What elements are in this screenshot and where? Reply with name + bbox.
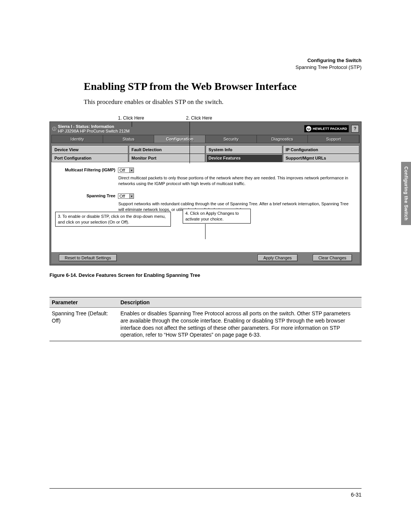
td-description: Enables or disables Spanning Tree Protoc…	[118, 307, 362, 341]
section-subtitle: Spanning Tree Protocol (STP)	[49, 64, 362, 71]
igmp-dropdown[interactable]: Off	[118, 168, 134, 173]
field-igmp: Multicast Filtering (IGMP) Off	[57, 168, 354, 173]
stp-label: Spanning Tree	[57, 193, 117, 198]
subtab-device-view[interactable]: Device View	[52, 145, 128, 154]
table-row: Spanning Tree (Default: Off) Enables or …	[49, 307, 362, 341]
td-parameter: Spanning Tree (Default: Off)	[49, 307, 118, 341]
subtab-support-mgmt-urls[interactable]: Support/Mgmt URLs	[283, 154, 360, 162]
title-bold: Sierra I - Status: Information	[58, 124, 114, 129]
callout-1: 1. Click Here	[118, 115, 144, 121]
sub-tabs: Device View Fault Detection System Info …	[51, 143, 360, 263]
callout-line-4	[205, 224, 206, 239]
parameter-table: Parameter Description Spanning Tree (Def…	[49, 297, 362, 342]
callout-line-2	[190, 121, 190, 163]
browser-window: ⓘ Sierra I - Status: Information HP J329…	[49, 121, 362, 265]
subtab-ip-configuration[interactable]: IP Configuration	[283, 145, 360, 154]
page-number: 6-31	[351, 492, 362, 498]
content-pane: Multicast Filtering (IGMP) Off Direct mu…	[51, 162, 360, 252]
subtab-port-configuration[interactable]: Port Configuration	[52, 154, 128, 162]
tab-status[interactable]: Status	[103, 135, 155, 143]
title-info: Sierra I - Status: Information HP J3298A…	[58, 124, 304, 133]
page-footer: 6-31	[49, 488, 362, 498]
subtab-fault-detection[interactable]: Fault Detection	[129, 145, 206, 154]
chapter-title: Configuring the Switch	[49, 57, 362, 64]
intro-text: This procedure enables or disables STP o…	[84, 98, 362, 106]
hp-logo: hp HEWLETT PACKARD	[304, 125, 349, 133]
side-tab: Configuring the Switch	[401, 162, 411, 225]
subtab-system-info[interactable]: System Info	[206, 145, 282, 154]
callouts-top: 1. Click Here 2. Click Here	[49, 115, 362, 121]
running-header: Configuring the Switch Spanning Tree Pro…	[49, 57, 362, 71]
help-button[interactable]: ?	[351, 125, 359, 133]
subtab-device-features[interactable]: Device Features	[206, 154, 282, 162]
reset-button[interactable]: Reset to Default Settings	[59, 254, 117, 261]
tab-support[interactable]: Support	[308, 135, 359, 143]
screenshot-wrapper: 1. Click Here 2. Click Here ⓘ Sierra I -…	[49, 115, 362, 265]
callout-3: 3. To enable or disable STP, click on th…	[55, 212, 171, 227]
tab-configuration[interactable]: Configuration	[154, 135, 206, 143]
figure-caption: Figure 6-14. Device Features Screen for …	[49, 272, 362, 278]
button-bar: Reset to Default Settings Apply Changes …	[51, 252, 360, 264]
th-description: Description	[118, 297, 362, 307]
field-spanning-tree: Spanning Tree Off	[57, 193, 354, 199]
apply-button[interactable]: Apply Changes	[258, 254, 298, 261]
igmp-label: Multicast Filtering (IGMP)	[57, 168, 117, 172]
tab-security[interactable]: Security	[206, 135, 257, 143]
hp-mark-icon: hp	[306, 126, 311, 131]
info-icon: ⓘ	[52, 126, 56, 132]
callout-2: 2. Click Here	[186, 115, 212, 121]
tab-diagnostics[interactable]: Diagnostics	[257, 135, 308, 143]
page-title: Enabling STP from the Web Browser Interf…	[84, 80, 362, 93]
page: Configuring the Switch Spanning Tree Pro…	[0, 0, 411, 532]
stp-dropdown[interactable]: Off	[118, 193, 134, 199]
callout-line-1	[132, 121, 132, 127]
clear-button[interactable]: Clear Changes	[313, 254, 352, 261]
subtab-monitor-port[interactable]: Monitor Port	[129, 154, 206, 162]
right-buttons: Apply Changes Clear Changes	[258, 254, 352, 261]
window-titlebar: ⓘ Sierra I - Status: Information HP J329…	[51, 123, 360, 135]
main-tabs: Identity Status Configuration Security D…	[51, 135, 360, 143]
title-sub: HP J3298A HP ProCurve Switch 212M	[58, 129, 130, 133]
tab-identity[interactable]: Identity	[52, 135, 103, 143]
th-parameter: Parameter	[49, 297, 118, 307]
igmp-description: Direct multicast packets to only those p…	[118, 175, 354, 187]
callout-4: 4. Click on Apply Changes to activate yo…	[183, 209, 251, 224]
hp-logo-text: HEWLETT PACKARD	[313, 127, 347, 130]
